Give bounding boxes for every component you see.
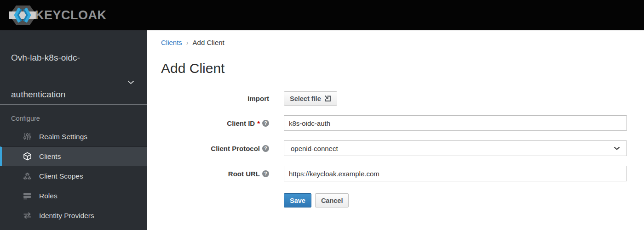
sidebar-item-label: Clients (39, 152, 61, 161)
breadcrumb-current: Add Client (193, 39, 224, 46)
root-url-label: Root URL (228, 170, 260, 178)
sidebar: Ovh-lab-k8s-oidc- authentication Configu… (0, 30, 147, 230)
sidebar-item-realm-settings[interactable]: Realm Settings (0, 127, 147, 146)
client-id-row: Client ID * ? (161, 115, 644, 131)
root-url-input[interactable] (284, 166, 627, 181)
keycloak-logo-text: KEYCLOAK (35, 8, 107, 22)
import-row: Import Select file (161, 91, 644, 106)
client-id-label: Client ID (227, 119, 255, 127)
sidebar-item-label: Identity Providers (39, 212, 94, 220)
sidebar-item-label: Realm Settings (39, 133, 87, 141)
chevron-down-icon (614, 146, 620, 150)
client-protocol-label: Client Protocol (211, 145, 260, 152)
save-button[interactable]: Save (284, 193, 311, 208)
cancel-button[interactable]: Cancel (315, 193, 349, 208)
import-label: Import (247, 95, 269, 102)
realm-name: Ovh-lab-k8s-oidc- authentication (11, 39, 121, 113)
cubes-icon (22, 172, 32, 180)
chevron-down-icon (127, 78, 134, 86)
sidebar-item-identity-providers[interactable]: Identity Providers (0, 206, 147, 225)
list-icon (22, 192, 32, 200)
required-asterisk: * (257, 119, 260, 127)
client-protocol-value: openid-connect (291, 145, 338, 152)
sidebar-item-label: Client Scopes (39, 172, 83, 180)
client-id-input[interactable] (284, 115, 627, 131)
realm-name-line2: authentication (11, 76, 121, 113)
breadcrumb-separator: › (186, 39, 189, 46)
sidebar-item-client-scopes[interactable]: Client Scopes (0, 166, 147, 186)
sidebar-item-clients[interactable]: Clients (0, 146, 147, 166)
realm-selector[interactable]: Ovh-lab-k8s-oidc- authentication (0, 30, 147, 105)
sliders-icon (22, 133, 32, 140)
help-icon: ? (262, 145, 269, 152)
sidebar-section-configure: Configure (11, 115, 147, 122)
breadcrumb: Clients › Add Client (161, 39, 644, 46)
keycloak-logo-icon (8, 5, 38, 26)
help-icon: ? (262, 170, 269, 177)
main-content: Clients › Add Client Add Client Import S… (147, 30, 644, 230)
form-actions: Save Cancel (284, 193, 644, 208)
client-protocol-select[interactable]: openid-connect (284, 140, 627, 156)
keycloak-logo[interactable]: KEYCLOAK (8, 5, 107, 26)
client-protocol-row: Client Protocol ? openid-connect (161, 140, 644, 156)
page-title: Add Client (161, 61, 644, 76)
realm-name-line1: Ovh-lab-k8s-oidc- (11, 39, 121, 76)
select-file-label: Select file (290, 95, 321, 102)
exchange-icon (22, 212, 32, 219)
root-url-row: Root URL ? (161, 166, 644, 181)
topbar: KEYCLOAK (0, 0, 644, 30)
breadcrumb-clients-link[interactable]: Clients (161, 39, 182, 46)
add-client-form: Import Select file Client ID * (161, 91, 644, 208)
import-file-icon (324, 95, 331, 102)
sidebar-item-roles[interactable]: Roles (0, 186, 147, 206)
sidebar-item-label: Roles (39, 192, 58, 200)
select-file-button[interactable]: Select file (284, 91, 337, 106)
cube-icon (22, 152, 32, 161)
help-icon: ? (262, 120, 269, 127)
